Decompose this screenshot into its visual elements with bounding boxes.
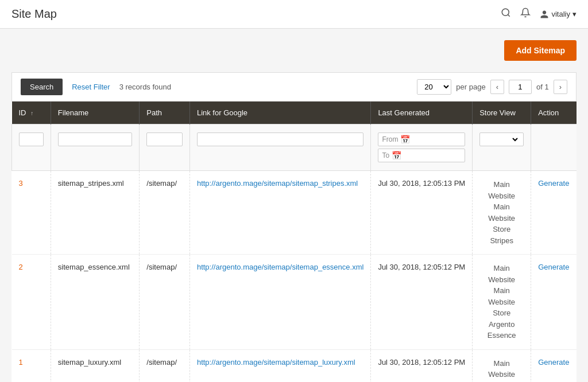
table-row: 2 sitemap_essence.xml /sitemap/ http://a… (12, 255, 577, 350)
cell-store-1: Main WebsiteMain Website StoreLuxury Des… (473, 349, 531, 382)
calendar-to-icon[interactable]: 📅 (392, 151, 401, 160)
reset-filter-button[interactable]: Reset Filter (72, 83, 110, 91)
store-filter-select[interactable] (483, 135, 520, 144)
date-to-row: To 📅 (378, 149, 465, 162)
col-filename: Filename (51, 102, 139, 124)
col-action: Action (531, 102, 577, 124)
per-page-select[interactable]: 20 30 50 100 200 (417, 79, 451, 95)
user-name: vitaliy (551, 10, 570, 18)
page-input[interactable] (509, 80, 532, 94)
table-row: 1 sitemap_luxury.xml /sitemap/ http://ar… (12, 349, 577, 382)
svg-point-0 (502, 9, 509, 15)
table-row: 3 sitemap_stripes.xml /sitemap/ http://a… (12, 171, 577, 255)
col-store-view: Store View (473, 102, 531, 124)
page-content: Add Sitemap Search Reset Filter 3 record… (0, 29, 588, 382)
page-title: Site Map (11, 7, 57, 21)
link-2[interactable]: http://argento.mage/sitemap/sitemap_esse… (197, 263, 363, 271)
cell-date-3: Jul 30, 2018, 12:05:13 PM (371, 171, 473, 255)
cell-filename-3: sitemap_stripes.xml (51, 171, 139, 255)
filter-store (473, 124, 531, 171)
cell-store-2: Main WebsiteMain Website StoreArgento Es… (473, 255, 531, 350)
cell-date-1: Jul 30, 2018, 12:05:12 PM (371, 349, 473, 382)
filter-path (140, 124, 190, 171)
search-icon[interactable] (501, 7, 511, 21)
pagination-area: 20 30 50 100 200 per page ‹ of 1 › (417, 79, 567, 95)
cell-link-1: http://argento.mage/sitemap/sitemap_luxu… (189, 349, 370, 382)
cell-path-3: /sitemap/ (140, 171, 190, 255)
calendar-from-icon[interactable]: 📅 (400, 135, 410, 144)
page-next-button[interactable]: › (554, 80, 567, 94)
action-bar: Add Sitemap (11, 40, 577, 61)
page-prev-button[interactable]: ‹ (490, 80, 504, 94)
date-to-label: To (382, 151, 389, 159)
filter-filename (51, 124, 139, 171)
filter-filename-input[interactable] (58, 132, 132, 146)
link-1[interactable]: http://argento.mage/sitemap/sitemap_luxu… (197, 358, 355, 367)
date-from-label: From (382, 135, 398, 143)
cell-action-2: Generate (531, 255, 577, 350)
cell-filename-1: sitemap_luxury.xml (51, 349, 139, 382)
col-link: Link for Google (189, 102, 370, 124)
filter-path-input[interactable] (146, 132, 183, 146)
filter-action-empty (531, 124, 577, 171)
per-page-label: per page (456, 83, 485, 91)
cell-id-2: 2 (12, 255, 51, 350)
records-found: 3 records found (119, 83, 171, 91)
filter-link (189, 124, 370, 171)
user-menu[interactable]: vitaliy ▾ (540, 10, 577, 19)
filter-row: From 📅 To 📅 (12, 124, 577, 171)
generate-link-1[interactable]: Generate (538, 358, 569, 367)
sitemap-table: ID ↑ Filename Path Link for Google Last … (11, 102, 577, 382)
search-toolbar: Search Reset Filter 3 records found 20 3… (11, 72, 577, 102)
generate-link-3[interactable]: Generate (538, 179, 569, 188)
filter-id-input[interactable] (19, 132, 44, 146)
cell-link-3: http://argento.mage/sitemap/sitemap_stri… (189, 171, 370, 255)
cell-link-2: http://argento.mage/sitemap/sitemap_esse… (189, 255, 370, 350)
cell-id-3: 3 (12, 171, 51, 255)
filter-link-input[interactable] (197, 132, 363, 146)
date-filter: From 📅 To 📅 (378, 132, 465, 162)
cell-action-1: Generate (531, 349, 577, 382)
top-bar-icons: vitaliy ▾ (501, 7, 577, 21)
cell-filename-2: sitemap_essence.xml (51, 255, 139, 350)
cell-action-3: Generate (531, 171, 577, 255)
filter-date: From 📅 To 📅 (371, 124, 473, 171)
cell-date-2: Jul 30, 2018, 12:05:12 PM (371, 255, 473, 350)
top-bar: Site Map vitaliy ▾ (0, 0, 588, 29)
store-filter[interactable] (479, 132, 524, 146)
cell-id-1: 1 (12, 349, 51, 382)
col-id[interactable]: ID ↑ (12, 102, 51, 124)
sort-arrow-id: ↑ (30, 110, 33, 116)
col-path: Path (140, 102, 190, 124)
per-page-dropdown[interactable]: 20 30 50 100 200 (417, 80, 451, 94)
bell-icon[interactable] (520, 7, 531, 21)
cell-store-3: Main WebsiteMain Website StoreStripes (473, 171, 531, 255)
link-3[interactable]: http://argento.mage/sitemap/sitemap_stri… (197, 179, 358, 188)
cell-path-2: /sitemap/ (140, 255, 190, 350)
page-of: of 1 (536, 83, 549, 91)
generate-link-2[interactable]: Generate (538, 263, 569, 271)
add-sitemap-button[interactable]: Add Sitemap (504, 40, 577, 61)
filter-id (12, 124, 51, 171)
svg-line-1 (508, 14, 510, 16)
chevron-down-icon: ▾ (572, 10, 577, 18)
cell-path-1: /sitemap/ (140, 349, 190, 382)
search-button[interactable]: Search (21, 79, 63, 95)
col-generated: Last Generated (371, 102, 473, 124)
date-from-row: From 📅 (378, 132, 465, 146)
table-header-row: ID ↑ Filename Path Link for Google Last … (12, 102, 577, 124)
